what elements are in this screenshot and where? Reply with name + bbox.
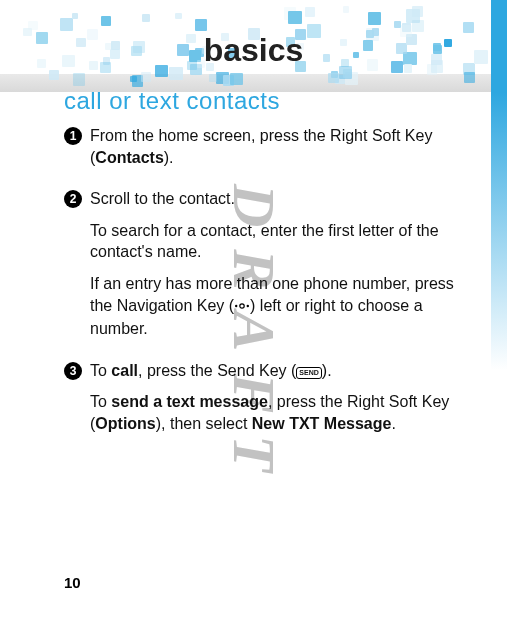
step-text: To call, press the Send Key (SEND). — [90, 360, 463, 382]
step-text: To send a text message, press the Right … — [90, 391, 463, 434]
page-number: 10 — [64, 574, 81, 591]
step-text: From the home screen, press the Right So… — [90, 125, 463, 168]
step-text: Scroll to the contact. — [90, 188, 463, 210]
ui-key-label: Contacts — [95, 149, 163, 166]
svg-point-2 — [247, 304, 249, 306]
text-run: To — [90, 362, 111, 379]
navigation-key-icon — [234, 297, 250, 319]
step-body: To call, press the Send Key (SEND).To se… — [90, 360, 463, 445]
step-body: From the home screen, press the Right So… — [90, 125, 463, 178]
text-run: ), then select — [156, 415, 252, 432]
text-run: ). — [164, 149, 174, 166]
send-key-icon: SEND — [296, 367, 321, 379]
main-content: call or text contacts 1From the home scr… — [64, 87, 463, 445]
text-run: , press the Send Key ( — [138, 362, 296, 379]
step-number: 1 — [64, 125, 90, 178]
step: 2Scroll to the contact.To search for a c… — [64, 188, 463, 350]
text-run: Scroll to the contact. — [90, 190, 235, 207]
svg-point-1 — [235, 304, 237, 306]
ui-key-label: New TXT Message — [252, 415, 392, 432]
step-number: 2 — [64, 188, 90, 350]
step: 3To call, press the Send Key (SEND).To s… — [64, 360, 463, 445]
emphasis: call — [111, 362, 138, 379]
ui-key-label: Options — [95, 415, 155, 432]
svg-point-0 — [240, 303, 244, 307]
text-run: To search for a contact, enter the first… — [90, 222, 439, 261]
step: 1From the home screen, press the Right S… — [64, 125, 463, 178]
section-title: call or text contacts — [64, 87, 463, 115]
step-text: If an entry has more than one phone numb… — [90, 273, 463, 340]
step-text: To search for a contact, enter the first… — [90, 220, 463, 263]
step-number: 3 — [64, 360, 90, 445]
text-run: To — [90, 393, 111, 410]
page-title: basics — [0, 32, 507, 69]
text-run: . — [391, 415, 395, 432]
step-body: Scroll to the contact.To search for a co… — [90, 188, 463, 350]
text-run: ). — [322, 362, 332, 379]
emphasis: send a text message — [111, 393, 268, 410]
